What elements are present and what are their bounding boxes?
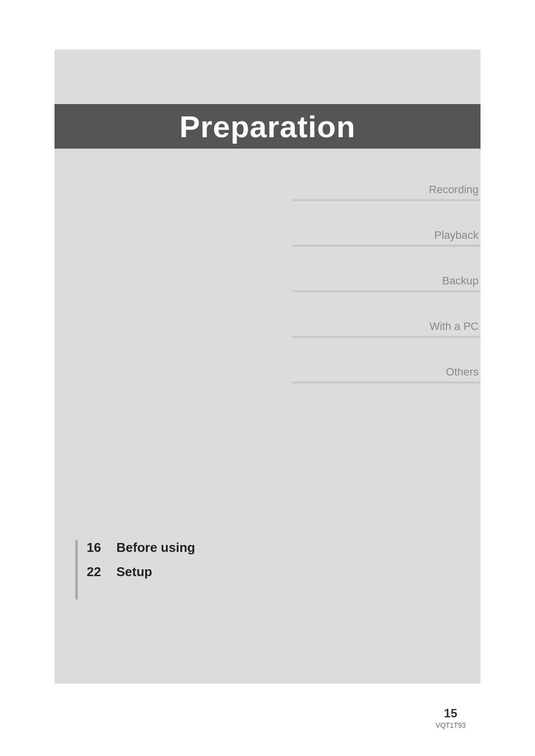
toc-number-0: 16 — [87, 540, 107, 555]
section-underline-recording — [292, 199, 481, 201]
section-item-others: Others — [272, 366, 481, 383]
left-accent-bar — [75, 540, 78, 599]
section-label-recording: Recording — [429, 183, 481, 196]
toc-number-1: 22 — [87, 564, 107, 580]
section-item-with-a-pc: With a PC — [272, 320, 481, 338]
section-underline-with-a-pc — [292, 336, 481, 338]
section-label-others: Others — [446, 366, 481, 378]
section-underline-others — [292, 381, 481, 383]
page-number: 15 — [444, 706, 457, 720]
page-title: Preparation — [179, 109, 356, 144]
title-bar: Preparation — [54, 104, 481, 149]
section-underline-playback — [292, 245, 481, 247]
toc-item-0: 16 Before using — [87, 540, 195, 555]
page-code: VQT1T93 — [435, 721, 466, 729]
section-item-backup: Backup — [272, 274, 481, 292]
toc-text-1: Setup — [116, 564, 152, 580]
toc-item-1: 22 Setup — [87, 564, 195, 580]
sections-container: Recording Playback Backup With a PC Othe… — [272, 183, 481, 383]
section-item-recording: Recording — [272, 183, 481, 201]
section-label-backup: Backup — [442, 274, 481, 287]
page-container: Preparation Recording Playback Backup Wi… — [0, 0, 535, 756]
section-label-playback: Playback — [434, 229, 481, 242]
toc-text-0: Before using — [116, 540, 195, 555]
section-label-with-a-pc: With a PC — [429, 320, 481, 333]
page-number-area: 15 VQT1T93 — [435, 706, 466, 729]
section-item-playback: Playback — [272, 229, 481, 247]
section-underline-backup — [292, 290, 481, 292]
toc-container: 16 Before using 22 Setup — [87, 540, 195, 580]
